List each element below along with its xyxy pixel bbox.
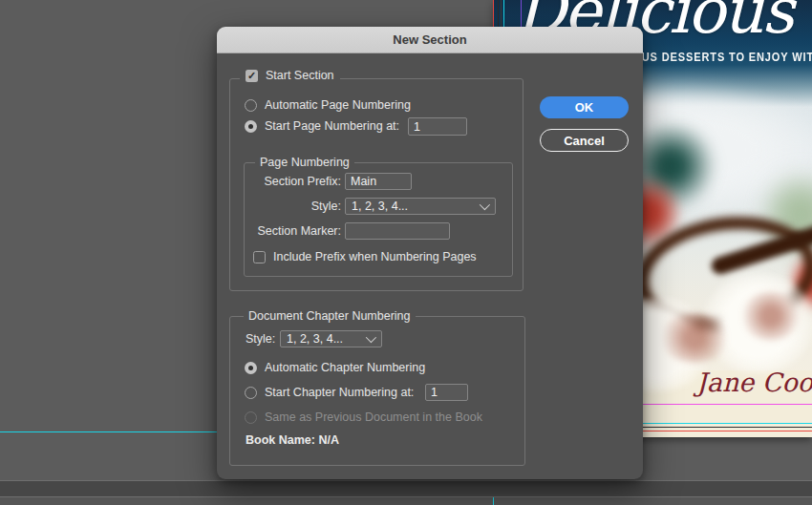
ok-button[interactable]: OK [540, 96, 629, 118]
book-name-text: Book Name: N/A [246, 433, 339, 447]
start-page-numbering-row[interactable]: Start Page Numbering at: [245, 119, 399, 133]
chevron-down-icon [480, 200, 490, 210]
page-style-label: Style: [217, 200, 341, 213]
auto-chapter-numbering-row[interactable]: Automatic Chapter Numbering [245, 361, 425, 374]
guide-cyan-vertical-bottom[interactable] [493, 497, 494, 505]
include-prefix-label: Include Prefix when Numbering Pages [273, 250, 477, 263]
start-section-checkbox[interactable]: ✓ [246, 70, 258, 82]
auto-chapter-numbering-label: Automatic Chapter Numbering [265, 361, 425, 374]
auto-page-numbering-label: Automatic Page Numbering [265, 98, 411, 112]
start-chapter-number-input[interactable] [425, 384, 468, 401]
pasteboard-band [0, 497, 812, 505]
start-chapter-numbering-row[interactable]: Start Chapter Numbering at: [245, 386, 414, 399]
start-chapter-numbering-radio[interactable] [245, 387, 257, 399]
same-as-previous-label: Same as Previous Document in the Book [265, 410, 482, 424]
auto-page-numbering-row[interactable]: Automatic Page Numbering [245, 98, 411, 112]
start-page-numbering-radio[interactable] [245, 120, 257, 133]
section-prefix-label: Section Prefix: [217, 175, 341, 188]
include-prefix-row[interactable]: Include Prefix when Numbering Pages [253, 250, 477, 263]
photo-cocoa-dust [740, 291, 801, 341]
section-marker-label: Section Marker: [217, 224, 341, 238]
auto-chapter-numbering-radio[interactable] [245, 362, 257, 374]
chapter-style-dropdown[interactable]: 1, 2, 3, 4... [280, 330, 382, 347]
dialog-title: New Section [393, 32, 466, 47]
page-numbering-legend: Page Numbering [255, 156, 354, 169]
pasteboard-band [0, 481, 812, 496]
chapter-style-value: 1, 2, 3, 4... [287, 332, 343, 346]
auto-page-numbering-radio[interactable] [245, 99, 257, 112]
new-section-dialog: New Section ✓ Start Section Automatic Pa… [217, 27, 643, 479]
include-prefix-checkbox[interactable] [253, 251, 266, 263]
page-style-dropdown[interactable]: 1, 2, 3, 4... [345, 198, 496, 215]
dialog-titlebar[interactable]: New Section [217, 27, 643, 53]
start-chapter-numbering-label: Start Chapter Numbering at: [265, 386, 414, 399]
cancel-button[interactable]: Cancel [540, 129, 629, 152]
chapter-style-label: Style: [246, 332, 275, 346]
same-as-previous-row: Same as Previous Document in the Book [245, 410, 482, 424]
start-section-label: Start Section [266, 69, 334, 82]
same-as-previous-radio [245, 411, 257, 424]
chevron-down-icon [366, 332, 376, 343]
photo-cocoa-dust [658, 313, 731, 363]
chapter-numbering-legend: Document Chapter Numbering [244, 309, 416, 323]
indesign-canvas: Delicious DELICIOUS DESSERTS TO ENJOY WI… [0, 0, 812, 505]
cover-author: Jane Cooper [696, 368, 812, 397]
dialog-body: ✓ Start Section Automatic Page Numbering… [217, 53, 643, 479]
section-marker-input[interactable] [345, 222, 450, 240]
check-icon: ✓ [247, 70, 256, 82]
start-page-number-input[interactable] [408, 117, 467, 136]
start-page-numbering-label: Start Page Numbering at: [265, 119, 399, 133]
section-prefix-input[interactable] [345, 173, 412, 190]
start-section-row[interactable]: ✓ Start Section [240, 69, 340, 82]
page-style-value: 1, 2, 3, 4... [352, 200, 408, 213]
